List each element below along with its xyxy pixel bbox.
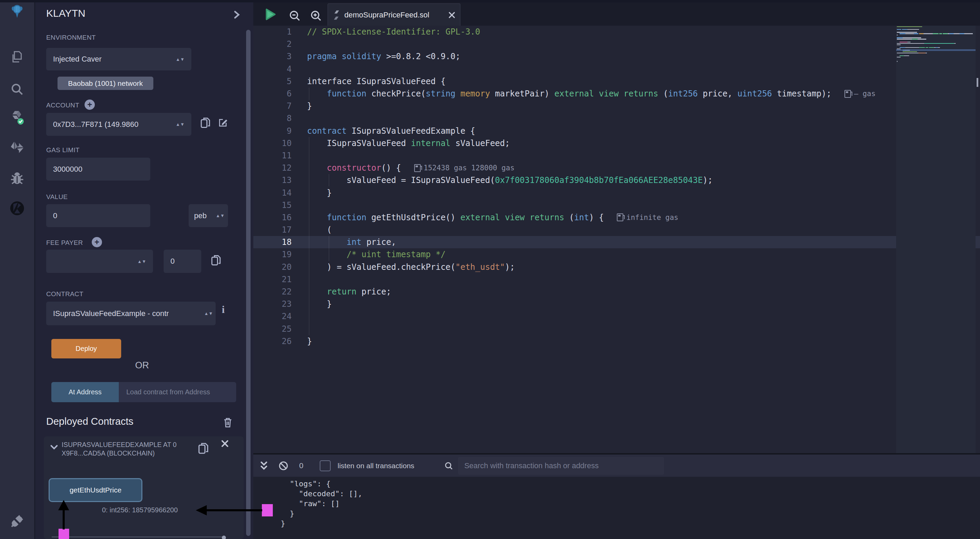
- code-text: interface ISupraSValueFeed {: [307, 77, 445, 86]
- code-line-9[interactable]: 9contract ISupraSValueFeedExample {: [253, 125, 980, 137]
- code-line-26[interactable]: 26}: [253, 335, 980, 347]
- remove-contract-close-icon[interactable]: [221, 440, 229, 449]
- code-text: }: [307, 188, 332, 198]
- deploy-run-icon[interactable]: [9, 139, 25, 155]
- line-number: 1: [253, 27, 307, 36]
- code-line-21[interactable]: 21: [253, 273, 980, 285]
- listen-all-transactions-checkbox[interactable]: [320, 460, 331, 471]
- indent-guide: [309, 174, 309, 186]
- code-line-7[interactable]: 7}: [253, 100, 980, 112]
- terminal-toolbar: 0 listen on all transactions: [253, 455, 980, 477]
- code-line-2[interactable]: 2: [253, 38, 980, 50]
- indent-guide: [309, 285, 309, 298]
- select-arrows-icon: ▲▼: [137, 260, 146, 263]
- fee-payer-amount-input[interactable]: 0: [164, 250, 201, 273]
- contract-info-icon[interactable]: i: [222, 304, 224, 315]
- deploy-button[interactable]: Deploy: [51, 339, 121, 358]
- gas-pump-icon: [617, 213, 623, 221]
- solidity-compiler-icon[interactable]: [9, 109, 25, 125]
- copy-fee-payer-icon[interactable]: [211, 254, 221, 268]
- add-fee-payer-icon[interactable]: +: [92, 237, 102, 247]
- code-line-14[interactable]: 14 }: [253, 186, 980, 199]
- tab-demosuprapricefeed[interactable]: demoSupraPriceFeed.sol: [328, 3, 460, 26]
- expand-terminal-icon[interactable]: [259, 461, 268, 471]
- value-unit-select[interactable]: peb ▲▼: [189, 204, 228, 227]
- minimap-line: [897, 58, 975, 59]
- minimap-line: [897, 35, 975, 35]
- indent-guide: [309, 248, 309, 261]
- collapse-panel-icon[interactable]: [232, 10, 241, 21]
- klaytn-logo[interactable]: [9, 4, 25, 20]
- zoom-out-icon[interactable]: [288, 10, 301, 23]
- code-line-20[interactable]: 20 ) = sValueFeed.checkPrice("eth_usdt")…: [253, 261, 980, 273]
- zoom-in-icon[interactable]: [310, 10, 322, 23]
- code-line-16[interactable]: 16 function getEthUsdtPrice() external v…: [253, 211, 980, 224]
- run-script-play-icon[interactable]: [264, 8, 277, 22]
- line-number: 20: [253, 262, 307, 272]
- code-line-24[interactable]: 24: [253, 310, 980, 322]
- code-line-22[interactable]: 22 return price;: [253, 285, 980, 298]
- plugin-manager-icon[interactable]: [9, 513, 25, 529]
- code-line-15[interactable]: 15: [253, 199, 980, 211]
- indent-guide: [329, 236, 329, 248]
- editor-minimap[interactable]: [896, 25, 975, 453]
- code-line-19[interactable]: 19 /* uint timestamp */: [253, 248, 980, 261]
- code-editor[interactable]: 1// SPDX-License-Identifier: GPL-3.023pr…: [253, 25, 980, 453]
- terminal-search-input[interactable]: [458, 457, 664, 475]
- panel-scrollbar[interactable]: [246, 30, 251, 536]
- gas-limit-input[interactable]: 3000000: [46, 158, 150, 181]
- terminal-output[interactable]: "logs": { "decoded": [], "raw": [] }}: [253, 477, 980, 539]
- at-address-button[interactable]: At Address: [51, 382, 119, 402]
- code-line-4[interactable]: 4: [253, 63, 980, 75]
- code-text: }: [307, 299, 332, 309]
- line-number: 18: [253, 237, 307, 247]
- code-text: (: [307, 225, 332, 235]
- indent-guide: [309, 261, 309, 273]
- code-line-3[interactable]: 3pragma solidity >=0.8.2 <0.9.0;: [253, 50, 980, 63]
- clear-deployed-trash-icon[interactable]: [223, 417, 232, 429]
- code-line-11[interactable]: 11: [253, 149, 980, 162]
- edit-account-icon[interactable]: [218, 118, 228, 129]
- fee-payer-amount: 0: [170, 257, 175, 266]
- contract-label: CONTRACT: [46, 290, 84, 298]
- tab-close-icon[interactable]: [449, 12, 455, 19]
- indent-guide: [309, 323, 309, 335]
- line-number: 24: [253, 312, 307, 321]
- search-icon[interactable]: [9, 81, 25, 97]
- deployed-contract-title[interactable]: ISUPRASVALUEFEEDEXAMPLE AT 0 X9F8...CAD5…: [62, 441, 195, 458]
- expand-contract-chevron-icon[interactable]: [50, 445, 58, 452]
- line-number: 19: [253, 250, 307, 259]
- call-result-value: 0: int256: 185795966200: [102, 506, 178, 514]
- code-line-23[interactable]: 23 }: [253, 298, 980, 310]
- account-select[interactable]: 0x7D3...7F871 (149.9860 ▲▼: [46, 113, 191, 136]
- code-text: constructor() {: [307, 163, 401, 173]
- code-line-12[interactable]: 12 constructor() {152438 gas 128000 gas: [253, 162, 980, 174]
- code-line-10[interactable]: 10 ISupraSValueFeed internal sValueFeed;: [253, 137, 980, 149]
- contract-select[interactable]: ISupraSValueFeedExample - contr ▲▼: [46, 302, 216, 325]
- code-line-17[interactable]: 17 (: [253, 224, 980, 236]
- code-line-8[interactable]: 8: [253, 112, 980, 125]
- klaytn-k-icon[interactable]: [9, 200, 25, 217]
- code-line-13[interactable]: 13 sValueFeed = ISupraSValueFeed(0x7f003…: [253, 174, 980, 186]
- at-address-input[interactable]: Load contract from Address: [119, 382, 236, 402]
- files-icon[interactable]: [9, 49, 25, 65]
- code-line-18[interactable]: 18 int price,: [253, 236, 980, 248]
- debugger-icon[interactable]: [9, 170, 25, 186]
- account-label: ACCOUNT: [46, 101, 80, 109]
- environment-select[interactable]: Injected Caver ▲▼: [46, 48, 191, 70]
- card-divider: [52, 537, 223, 537]
- get-eth-usdt-price-button[interactable]: getEthUsdtPrice: [49, 478, 142, 502]
- value-input[interactable]: 0: [46, 204, 150, 227]
- minimap-line: [897, 46, 975, 46]
- code-line-25[interactable]: 25: [253, 323, 980, 335]
- minimap-line: [897, 36, 975, 36]
- clear-console-ban-icon[interactable]: [278, 461, 288, 471]
- copy-account-icon[interactable]: [200, 117, 210, 130]
- code-line-1[interactable]: 1// SPDX-License-Identifier: GPL-3.0: [253, 25, 980, 38]
- code-line-5[interactable]: 5interface ISupraSValueFeed {: [253, 75, 980, 87]
- code-line-6[interactable]: 6 function checkPrice(string memory mark…: [253, 87, 980, 100]
- add-account-icon[interactable]: +: [84, 100, 95, 110]
- fee-payer-select[interactable]: ▲▼: [46, 250, 153, 273]
- line-number: 3: [253, 52, 307, 61]
- copy-contract-address-icon[interactable]: [198, 442, 209, 456]
